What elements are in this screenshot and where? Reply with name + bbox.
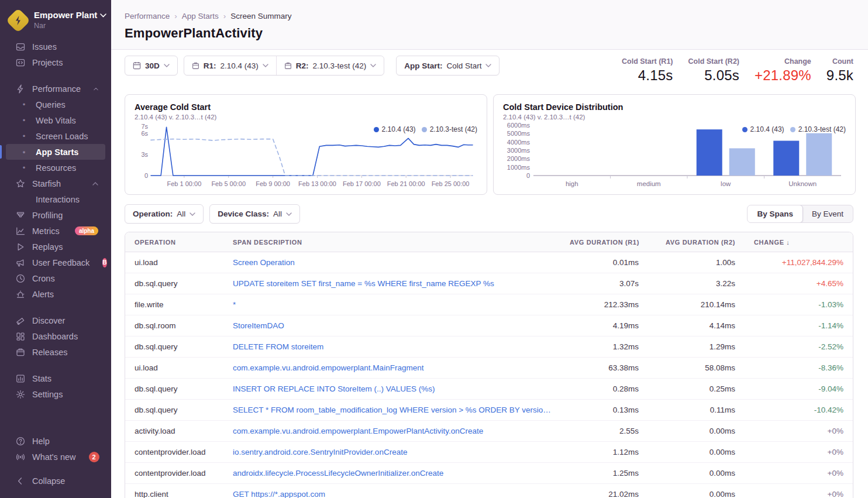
legend-item[interactable]: 2.10.4 (43) xyxy=(374,125,416,133)
sidebar-item-label: Interactions xyxy=(36,195,80,204)
column-header-change[interactable]: CHANGE ↓ xyxy=(745,232,853,252)
sidebar-item-label: App Starts xyxy=(36,147,78,157)
date-range-filter[interactable]: 30D xyxy=(125,56,178,75)
chart-title: Cold Start Device Distribution xyxy=(503,102,846,112)
sidebar-item-settings[interactable]: Settings xyxy=(6,386,105,402)
sidebar-item-starfish[interactable]: Starfish xyxy=(6,176,105,191)
breadcrumb-performance[interactable]: Performance xyxy=(125,12,170,20)
toggle-by-event[interactable]: By Event xyxy=(802,205,853,222)
cell-span-description[interactable]: com.example.vu.android.empowerplant.Empo… xyxy=(223,421,560,442)
sidebar-item-issues[interactable]: Issues xyxy=(6,39,105,54)
cell-span-description[interactable]: com.example.vu.android.empowerplant.Main… xyxy=(223,358,560,379)
svg-text:low: low xyxy=(721,180,731,187)
cell-span-description[interactable]: SELECT * FROM room_table_modification_lo… xyxy=(223,400,560,421)
cell-span-description[interactable]: * xyxy=(223,294,560,315)
legend-item[interactable]: 2.10.4 (43) xyxy=(742,125,784,133)
cell-span-description[interactable]: UPDATE storeitem SET first_name = %s WHE… xyxy=(223,273,560,294)
column-header-avg-r1[interactable]: AVG DURATION (R1) xyxy=(560,232,648,252)
sidebar-item-profiling[interactable]: Profiling xyxy=(6,207,105,223)
sidebar-item-performance[interactable]: Performance xyxy=(6,81,105,97)
sidebar-item-metrics[interactable]: Metricsalpha xyxy=(6,223,105,239)
sidebar-item-discover[interactable]: Discover xyxy=(6,312,105,328)
sidebar-item-replays[interactable]: Replays xyxy=(6,239,105,255)
sidebar-item-label: Resources xyxy=(36,163,76,173)
app-start-type-filter[interactable]: App Start: Cold Start xyxy=(396,56,500,75)
org-name: Empower Plant xyxy=(34,10,97,20)
org-switcher[interactable]: Empower Plant Nar xyxy=(0,7,111,37)
toggle-by-spans[interactable]: By Spans xyxy=(747,205,803,223)
sidebar-item-queries[interactable]: •Queries xyxy=(6,97,105,112)
release-r2-filter[interactable]: R2: 2.10.3-test (42) xyxy=(277,56,384,75)
sidebar-item-label: Projects xyxy=(32,58,63,67)
operation-filter[interactable]: Operation: All xyxy=(125,204,204,224)
sidebar-item-resources[interactable]: •Resources xyxy=(6,160,105,176)
device-class-filter[interactable]: Device Class: All xyxy=(209,204,300,224)
issues-icon xyxy=(15,42,26,51)
cell-operation: db.sql.query xyxy=(125,379,223,400)
date-range-value: 30D xyxy=(145,61,160,70)
chart-subtitle: 2.10.4 (43) v. 2.10.3…t (42) xyxy=(503,114,846,121)
sidebar-item-app-starts[interactable]: •App Starts xyxy=(6,144,105,160)
sidebar-item-label: Dashboards xyxy=(32,332,78,341)
org-logo-icon xyxy=(8,11,28,30)
cell-avg-duration-r2: 210.14ms xyxy=(648,294,745,315)
bullet-icon: • xyxy=(19,116,29,125)
sidebar-item-screen-loads[interactable]: •Screen Loads xyxy=(6,128,105,144)
cell-avg-duration-r1: 0.28ms xyxy=(560,379,648,400)
column-header-operation[interactable]: OPERATION xyxy=(125,232,223,252)
cell-avg-duration-r1: 2.55s xyxy=(560,421,648,442)
cell-avg-duration-r2: 1.29ms xyxy=(648,336,745,358)
chevron-up-icon xyxy=(94,87,98,91)
cell-avg-duration-r2: 0.00ms xyxy=(648,463,745,484)
sidebar-item-collapse[interactable]: Collapse xyxy=(6,473,105,489)
collapse-icon xyxy=(15,476,26,486)
sidebar-item-label: Replays xyxy=(32,242,63,252)
chevron-down-icon xyxy=(263,64,268,67)
sidebar-item-releases[interactable]: Releases xyxy=(6,344,105,360)
sidebar-item-label: Help xyxy=(32,437,50,446)
cell-span-description[interactable]: DELETE FROM storeitem xyxy=(223,336,560,358)
breadcrumb-app-starts[interactable]: App Starts xyxy=(182,12,219,20)
cell-change: -10.42% xyxy=(745,400,853,421)
cell-span-description[interactable]: io.sentry.android.core.SentryInitProvide… xyxy=(223,442,560,463)
legend-item[interactable]: 2.10.3-test (42) xyxy=(422,125,477,133)
release-icon xyxy=(192,62,199,70)
svg-text:Unknown: Unknown xyxy=(788,180,817,187)
sidebar-item-projects[interactable]: Projects xyxy=(6,54,105,70)
chevron-down-icon xyxy=(485,64,491,67)
cell-span-description[interactable]: Screen Operation xyxy=(223,252,560,273)
sidebar-item-label: Discover xyxy=(32,316,65,325)
cell-avg-duration-r2: 3.22s xyxy=(648,273,745,294)
cell-span-description[interactable]: INSERT OR REPLACE INTO StoreItem (..) VA… xyxy=(223,379,560,400)
sidebar-item-alerts[interactable]: Alerts xyxy=(6,286,105,302)
replays-icon xyxy=(15,242,26,252)
release-r2-label: R2: xyxy=(296,61,309,70)
feedback-icon xyxy=(15,258,26,267)
sidebar-item-stats[interactable]: Stats xyxy=(6,370,105,386)
cell-span-description[interactable]: androidx.lifecycle.ProcessLifecycleOwner… xyxy=(223,463,560,484)
legend-item[interactable]: 2.10.3-test (42) xyxy=(790,125,846,133)
cell-avg-duration-r1: 4.19ms xyxy=(560,315,648,336)
settings-icon xyxy=(15,390,26,399)
cell-avg-duration-r2: 58.08ms xyxy=(648,358,745,379)
sidebar-item-interactions[interactable]: Interactions xyxy=(6,191,105,207)
column-header-avg-r2[interactable]: AVG DURATION (R2) xyxy=(648,232,745,252)
discover-icon xyxy=(15,316,26,325)
release-r1-filter[interactable]: R1: 2.10.4 (43) xyxy=(184,56,276,75)
sidebar-item-what-s-new[interactable]: What's new2 xyxy=(6,449,105,465)
release-r1-value: 2.10.4 (43) xyxy=(221,61,259,70)
sidebar-item-dashboards[interactable]: Dashboards xyxy=(6,328,105,344)
cell-span-description[interactable]: StoreItemDAO xyxy=(223,315,560,336)
dashboards-icon xyxy=(15,332,26,341)
sidebar-item-crons[interactable]: Crons xyxy=(6,270,105,286)
legend-dot-icon xyxy=(374,127,379,132)
cell-change: +0% xyxy=(745,421,853,442)
sidebar-item-user-feedback[interactable]: User FeedbackB xyxy=(6,255,105,270)
cell-span-description[interactable]: GET https://*.appspot.com xyxy=(223,484,560,498)
crons-icon xyxy=(15,274,26,283)
sidebar-item-web-vitals[interactable]: •Web Vitals xyxy=(6,112,105,128)
stat-cold-start-r1: Cold Start (R1)4.15s xyxy=(622,57,673,84)
column-header-description[interactable]: SPAN DESCRIPTION xyxy=(223,232,560,252)
metrics-icon xyxy=(15,226,26,236)
sidebar-item-help[interactable]: Help xyxy=(6,433,105,449)
